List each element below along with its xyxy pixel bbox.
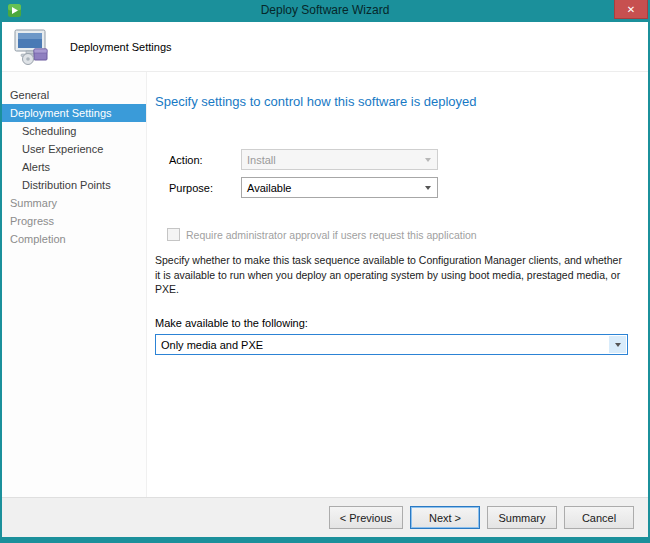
make-available-label: Make available to the following: (155, 317, 628, 329)
sidebar-item-deployment-settings[interactable]: Deployment Settings (2, 104, 146, 122)
approval-checkbox-row: Require administrator approval if users … (167, 228, 628, 241)
action-row: Action: Install (169, 149, 628, 170)
close-button[interactable]: ✕ (614, 0, 648, 19)
approval-checkbox-label: Require administrator approval if users … (186, 229, 477, 241)
sidebar-item-general[interactable]: General (2, 86, 146, 104)
purpose-value: Available (247, 182, 291, 194)
previous-button[interactable]: < Previous (329, 506, 403, 529)
action-label: Action: (169, 154, 241, 166)
next-button[interactable]: Next > (410, 506, 480, 529)
sidebar-item-alerts[interactable]: Alerts (2, 158, 146, 176)
wizard-header: Deployment Settings (2, 22, 648, 72)
sidebar-item-scheduling[interactable]: Scheduling (2, 122, 146, 140)
description-text: Specify whether to make this task sequen… (155, 253, 628, 297)
action-value: Install (247, 154, 276, 166)
approval-checkbox (167, 228, 180, 241)
chevron-down-icon (425, 158, 431, 162)
deploy-software-wizard-window: Deploy Software Wizard ✕ Depl (0, 0, 650, 543)
summary-button[interactable]: Summary (487, 506, 557, 529)
cancel-button[interactable]: Cancel (564, 506, 634, 529)
titlebar: Deploy Software Wizard ✕ (2, 0, 648, 22)
action-combobox: Install (241, 149, 438, 170)
window-body: Deployment Settings General Deployment S… (2, 22, 648, 537)
make-available-value: Only media and PXE (161, 339, 263, 351)
chevron-down-icon (425, 186, 431, 190)
sidebar-item-progress[interactable]: Progress (2, 212, 146, 230)
chevron-down-icon (615, 343, 621, 347)
wizard-content: Specify settings to control how this sof… (147, 72, 648, 497)
wizard-steps-nav: General Deployment Settings Scheduling U… (2, 72, 147, 497)
action-dropdown-zone (419, 151, 436, 168)
purpose-combobox[interactable]: Available (241, 177, 438, 198)
close-icon: ✕ (627, 4, 635, 15)
make-available-dropdown-zone (609, 336, 626, 353)
make-available-combobox[interactable]: Only media and PXE (155, 334, 628, 355)
sidebar-item-distribution-points[interactable]: Distribution Points (2, 176, 146, 194)
purpose-dropdown-zone (419, 179, 436, 196)
deployment-settings-icon (12, 29, 52, 65)
sidebar-item-user-experience[interactable]: User Experience (2, 140, 146, 158)
window-title: Deploy Software Wizard (2, 3, 648, 17)
page-title: Deployment Settings (70, 41, 172, 53)
page-heading: Specify settings to control how this sof… (155, 94, 628, 109)
purpose-label: Purpose: (169, 182, 241, 194)
sidebar-item-completion[interactable]: Completion (2, 230, 146, 248)
purpose-row: Purpose: Available (169, 177, 628, 198)
wizard-footer: < Previous Next > Summary Cancel (2, 497, 648, 537)
sidebar-item-summary[interactable]: Summary (2, 194, 146, 212)
